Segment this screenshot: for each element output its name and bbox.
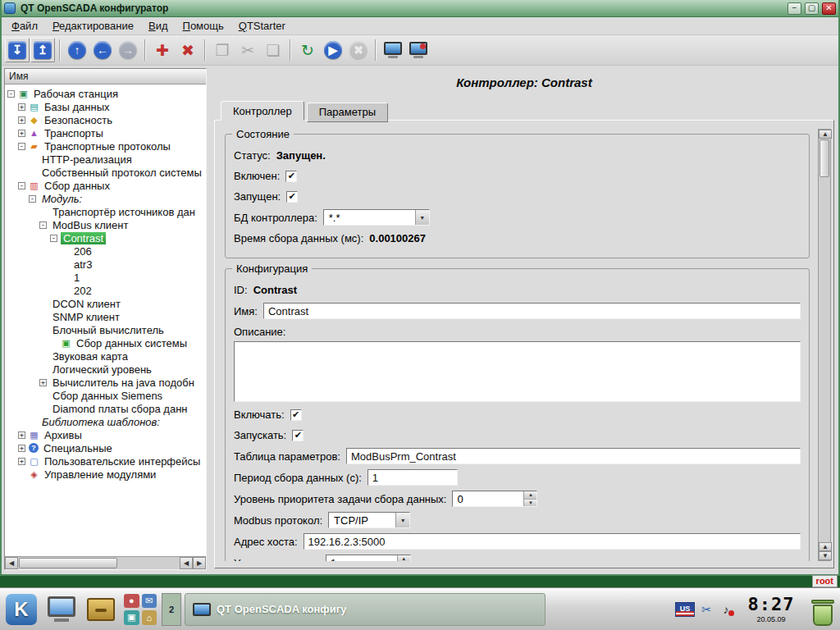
scrollbar-thumb[interactable] bbox=[819, 139, 829, 177]
tree-item[interactable]: 202 bbox=[7, 284, 206, 297]
menu-view[interactable]: Вид bbox=[141, 17, 176, 34]
add-item-button[interactable]: ✚ bbox=[150, 38, 175, 62]
expand-icon[interactable]: + bbox=[18, 458, 25, 465]
tree-item[interactable]: +?Специальные bbox=[7, 441, 206, 454]
forward-button[interactable]: → bbox=[116, 38, 140, 62]
spin-up-icon[interactable]: ▲ bbox=[398, 555, 410, 561]
kmenu-button[interactable]: K bbox=[2, 591, 40, 628]
priority-spinbox[interactable]: ▲ ▼ bbox=[452, 491, 537, 507]
tree-item[interactable]: -▥Сбор данных bbox=[7, 179, 206, 192]
taskbar-task-qt-openscada[interactable]: QT OpenSCADA конфигу bbox=[185, 593, 546, 626]
load-from-db-button[interactable]: ↧ bbox=[5, 38, 30, 62]
scrollbar-thumb[interactable] bbox=[19, 558, 117, 568]
tree-horizontal-scrollbar[interactable]: ◀ ◀ ▶ bbox=[5, 556, 206, 569]
tab-parameters[interactable]: Параметры bbox=[307, 103, 388, 122]
collapse-icon[interactable]: - bbox=[39, 221, 47, 229]
show-desktop-button[interactable] bbox=[43, 591, 80, 628]
tree-item[interactable]: -Модуль: bbox=[7, 192, 206, 205]
period-input[interactable] bbox=[368, 469, 458, 486]
tree-item[interactable]: ▣Сбор данных системы bbox=[7, 336, 206, 349]
collapse-icon[interactable]: - bbox=[18, 143, 25, 150]
description-textarea[interactable] bbox=[234, 341, 801, 402]
stop-button[interactable]: ✖ bbox=[346, 38, 371, 62]
tree-item[interactable]: Транспортёр источников дан bbox=[7, 205, 206, 218]
tree-item[interactable]: -ModBus клиент bbox=[7, 218, 206, 231]
collapse-icon[interactable]: - bbox=[29, 195, 36, 203]
tree-item[interactable]: -▣Рабочая станция bbox=[7, 87, 206, 100]
controller-db-select[interactable]: *.* ▼ bbox=[323, 209, 430, 226]
tree-item[interactable]: +▤Базы данных bbox=[7, 100, 206, 113]
pager-desktop-2[interactable]: 2 bbox=[162, 593, 181, 626]
tree-item[interactable]: Diamond платы сбора данн bbox=[7, 402, 206, 415]
quick-launch-icon-3[interactable]: ▣ bbox=[124, 610, 139, 625]
tree-item[interactable]: DCON клиент bbox=[7, 297, 206, 310]
quick-launch-icon-2[interactable]: ✉ bbox=[142, 594, 158, 609]
scroll-left-icon[interactable]: ◀ bbox=[5, 557, 18, 569]
file-manager-button[interactable] bbox=[83, 591, 119, 628]
tree-item[interactable]: Логический уровень bbox=[7, 363, 206, 376]
menu-qtstarter[interactable]: QTStarter bbox=[231, 17, 293, 34]
collapse-icon[interactable]: - bbox=[18, 182, 25, 189]
scroll-up-icon[interactable]: ▲ bbox=[819, 542, 832, 551]
tree-item[interactable]: Звуковая карта bbox=[7, 349, 206, 363]
tree-item[interactable]: 1 bbox=[7, 271, 206, 284]
desktop-pager[interactable]: 2 bbox=[162, 593, 181, 626]
tree-item[interactable]: -Contrast bbox=[7, 231, 206, 244]
expand-icon[interactable]: + bbox=[18, 116, 25, 124]
host-addr-input[interactable] bbox=[304, 533, 801, 550]
tab-controller[interactable]: Контроллер bbox=[221, 101, 304, 121]
trash-icon[interactable] bbox=[808, 591, 838, 628]
tree-item[interactable]: +◆Безопасность bbox=[7, 113, 206, 126]
scroll-down-icon[interactable]: ▼ bbox=[819, 551, 832, 560]
expand-icon[interactable]: + bbox=[18, 103, 25, 111]
to-enable-checkbox[interactable]: ✔ bbox=[290, 409, 302, 421]
vertical-scrollbar[interactable]: ▲ ▲ ▼ bbox=[818, 129, 831, 561]
qtcfg-window-button[interactable] bbox=[381, 38, 405, 62]
tree-item[interactable]: +▦Архивы bbox=[7, 428, 206, 441]
expand-icon[interactable]: + bbox=[18, 431, 25, 439]
maximize-button[interactable]: ▢ bbox=[805, 2, 819, 15]
tree-item[interactable]: Блочный вычислитель bbox=[7, 323, 206, 336]
quick-launch-icon-4[interactable]: ⌂ bbox=[142, 610, 158, 625]
taskbar-clock[interactable]: 8:27 20.05.09 bbox=[740, 596, 802, 623]
tree-item[interactable]: 206 bbox=[7, 244, 206, 258]
chevron-down-icon[interactable]: ▼ bbox=[395, 513, 409, 527]
expand-icon[interactable]: + bbox=[18, 445, 25, 452]
dest-node-input[interactable] bbox=[326, 555, 397, 561]
expand-icon[interactable]: + bbox=[39, 379, 47, 386]
spin-down-icon[interactable]: ▼ bbox=[524, 500, 536, 507]
name-input[interactable] bbox=[263, 303, 801, 319]
dest-node-spinbox[interactable]: ▲ ▼ bbox=[326, 555, 411, 561]
volume-icon[interactable]: ♪ bbox=[718, 601, 734, 618]
keyboard-layout-indicator[interactable]: US bbox=[675, 602, 695, 617]
spin-up-icon[interactable]: ▲ bbox=[524, 491, 536, 500]
scroll-up-icon[interactable]: ▲ bbox=[819, 130, 832, 139]
tree-item[interactable]: ◈Управление модулями bbox=[7, 468, 206, 481]
menu-file[interactable]: Файл bbox=[4, 17, 45, 34]
expand-icon[interactable]: + bbox=[18, 130, 25, 137]
menu-edit[interactable]: Редактирование bbox=[45, 17, 141, 34]
enabled-checkbox[interactable]: ✔ bbox=[285, 171, 297, 182]
menu-help[interactable]: Помощь bbox=[176, 17, 231, 34]
scrollbar-track[interactable] bbox=[118, 557, 180, 569]
back-button[interactable]: ← bbox=[90, 38, 115, 62]
quick-launch-icon-1[interactable]: ● bbox=[124, 594, 139, 609]
param-table-input[interactable] bbox=[346, 448, 801, 464]
collapse-icon[interactable]: - bbox=[50, 235, 57, 242]
scroll-left-icon[interactable]: ◀ bbox=[180, 557, 193, 569]
tree-item[interactable]: HTTP-реализация bbox=[7, 153, 206, 166]
titlebar[interactable]: QT OpenSCADA конфигуратор − ▢ ✕ bbox=[2, 0, 838, 17]
tree-item[interactable]: +▢Пользовательские интерфейсы bbox=[7, 454, 206, 468]
collapse-icon[interactable]: - bbox=[7, 90, 15, 98]
up-button[interactable]: ↑ bbox=[65, 38, 89, 62]
tree-item[interactable]: Библиотека шаблонов: bbox=[7, 415, 206, 428]
delete-item-button[interactable]: ✖ bbox=[176, 38, 200, 62]
tree-item[interactable]: +▲Транспорты bbox=[7, 126, 206, 139]
cut-button[interactable]: ✂ bbox=[235, 38, 260, 62]
copy-button[interactable]: ❐ bbox=[210, 38, 235, 62]
scroll-right-icon[interactable]: ▶ bbox=[193, 557, 206, 569]
running-checkbox[interactable]: ✔ bbox=[286, 191, 298, 203]
protocol-select[interactable]: TCP/IP ▼ bbox=[328, 512, 410, 528]
refresh-button[interactable]: ↻ bbox=[295, 38, 320, 62]
close-button[interactable]: ✕ bbox=[822, 2, 836, 15]
